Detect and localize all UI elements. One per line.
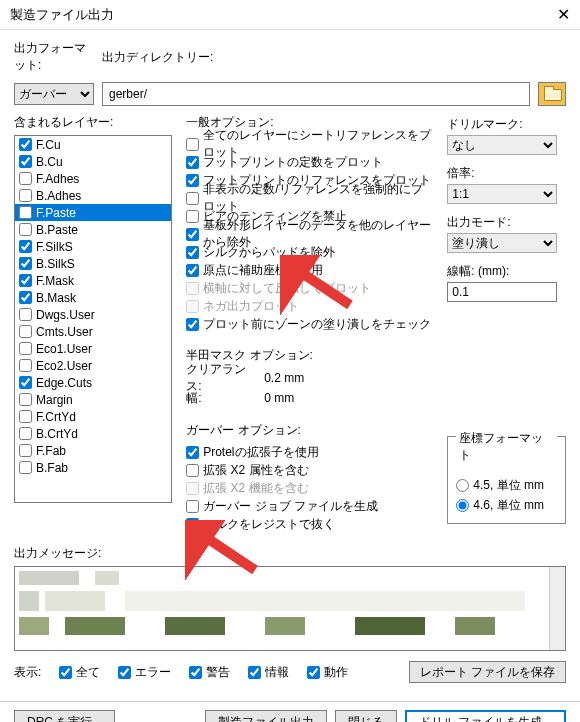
close-button[interactable]: 閉じる [335, 710, 397, 722]
coord-legend: 座標フォーマット [456, 430, 557, 464]
layer-checkbox[interactable] [19, 325, 32, 338]
filter-warn[interactable] [189, 666, 202, 679]
layer-checkbox[interactable] [19, 274, 32, 287]
browse-folder-button[interactable] [538, 82, 566, 106]
message-box[interactable] [14, 566, 566, 651]
close-icon[interactable]: ✕ [557, 5, 570, 24]
layer-item-b-fab[interactable]: B.Fab [15, 459, 171, 476]
layer-item-f-mask[interactable]: F.Mask [15, 272, 171, 289]
option-label: ガーバー ジョブ ファイルを生成 [203, 498, 378, 515]
coord-46-radio[interactable] [456, 499, 469, 512]
option-checkbox[interactable] [186, 264, 199, 277]
layer-item-f-cu[interactable]: F.Cu [15, 136, 171, 153]
option-checkbox[interactable] [186, 192, 199, 205]
option-checkbox[interactable] [186, 464, 199, 477]
filter-info[interactable] [248, 666, 261, 679]
layer-checkbox[interactable] [19, 376, 32, 389]
output-dir-input[interactable] [102, 82, 530, 106]
option-checkbox[interactable] [186, 174, 199, 187]
layer-name: B.SilkS [36, 257, 75, 271]
option-label: シルクをレジストで抜く [203, 516, 335, 533]
coord-45-radio[interactable] [456, 479, 469, 492]
save-report-button[interactable]: レポート ファイルを保存 [409, 661, 566, 683]
layer-checkbox[interactable] [19, 257, 32, 270]
option-checkbox[interactable] [186, 318, 199, 331]
layer-item-f-paste[interactable]: F.Paste [15, 204, 171, 221]
option-checkbox [186, 282, 199, 295]
mode-select[interactable]: 塗り潰し [447, 233, 557, 253]
layer-item-eco2-user[interactable]: Eco2.User [15, 357, 171, 374]
option-checkbox[interactable] [186, 138, 199, 151]
layer-checkbox[interactable] [19, 189, 32, 202]
layer-name: F.SilkS [36, 240, 73, 254]
plot-button[interactable]: 製造ファイル出力 [205, 710, 327, 722]
option-label: 横軸に対して反転してプロット [203, 280, 371, 297]
scale-select[interactable]: 1:1 [447, 184, 557, 204]
layer-item-margin[interactable]: Margin [15, 391, 171, 408]
layer-checkbox[interactable] [19, 393, 32, 406]
layer-item-f-fab[interactable]: F.Fab [15, 442, 171, 459]
option-checkbox[interactable] [186, 518, 199, 531]
layer-checkbox[interactable] [19, 461, 32, 474]
layer-item-edge-cuts[interactable]: Edge.Cuts [15, 374, 171, 391]
option-checkbox[interactable] [186, 228, 199, 241]
layer-name: Eco1.User [36, 342, 92, 356]
layer-item-b-paste[interactable]: B.Paste [15, 221, 171, 238]
layer-checkbox[interactable] [19, 410, 32, 423]
option-label: ネガ出力プロット [203, 298, 299, 315]
layer-checkbox[interactable] [19, 342, 32, 355]
scale-label: 倍率: [447, 165, 566, 182]
option-checkbox[interactable] [186, 500, 199, 513]
filter-error[interactable] [118, 666, 131, 679]
layer-name: F.Cu [36, 138, 61, 152]
layer-checkbox[interactable] [19, 155, 32, 168]
layer-item-eco1-user[interactable]: Eco1.User [15, 340, 171, 357]
drill-select[interactable]: なし [447, 135, 557, 155]
option-checkbox[interactable] [186, 210, 199, 223]
layer-list[interactable]: F.CuB.CuF.AdhesB.AdhesF.PasteB.PasteF.Si… [14, 135, 172, 503]
coord-format-group: 座標フォーマット 4.5, 単位 mm 4.6, 単位 mm [447, 436, 566, 524]
option-checkbox [186, 300, 199, 313]
layer-checkbox[interactable] [19, 359, 32, 372]
option-checkbox[interactable] [186, 446, 199, 459]
width-v: 0 mm [264, 391, 294, 405]
mode-label: 出力モード: [447, 214, 566, 231]
layer-checkbox[interactable] [19, 206, 32, 219]
layer-checkbox[interactable] [19, 308, 32, 321]
layer-item-cmts-user[interactable]: Cmts.User [15, 323, 171, 340]
layer-item-f-crtyd[interactable]: F.CrtYd [15, 408, 171, 425]
layer-item-b-mask[interactable]: B.Mask [15, 289, 171, 306]
layer-name: B.Adhes [36, 189, 81, 203]
lw-input[interactable] [447, 282, 557, 302]
messages-label: 出力メッセージ: [14, 545, 566, 562]
layer-checkbox[interactable] [19, 138, 32, 151]
option-checkbox[interactable] [186, 246, 199, 259]
run-drc-button[interactable]: DRC を実行... [14, 710, 115, 722]
layer-name: B.Mask [36, 291, 76, 305]
filter-all[interactable] [59, 666, 72, 679]
layer-checkbox[interactable] [19, 427, 32, 440]
layer-checkbox[interactable] [19, 172, 32, 185]
layer-name: F.CrtYd [36, 410, 76, 424]
layer-checkbox[interactable] [19, 223, 32, 236]
msg-scrollbar[interactable] [549, 567, 565, 650]
option-label: シルクからパッドを除外 [203, 244, 335, 261]
format-select[interactable]: ガーバー [14, 83, 94, 105]
layer-item-b-crtyd[interactable]: B.CrtYd [15, 425, 171, 442]
layer-item-b-cu[interactable]: B.Cu [15, 153, 171, 170]
layer-checkbox[interactable] [19, 444, 32, 457]
layer-item-b-adhes[interactable]: B.Adhes [15, 187, 171, 204]
layer-name: Eco2.User [36, 359, 92, 373]
layer-item-f-silks[interactable]: F.SilkS [15, 238, 171, 255]
layer-item-b-silks[interactable]: B.SilkS [15, 255, 171, 272]
option-checkbox[interactable] [186, 156, 199, 169]
filter-action[interactable] [307, 666, 320, 679]
option-row: 拡張 X2 属性を含む [186, 461, 433, 479]
layer-name: Edge.Cuts [36, 376, 92, 390]
layer-item-dwgs-user[interactable]: Dwgs.User [15, 306, 171, 323]
option-row: 原点に補助座標を使用 [186, 261, 433, 279]
layer-checkbox[interactable] [19, 240, 32, 253]
layer-checkbox[interactable] [19, 291, 32, 304]
layer-item-f-adhes[interactable]: F.Adhes [15, 170, 171, 187]
drill-file-button[interactable]: ドリル ファイルを生成... [405, 710, 566, 722]
